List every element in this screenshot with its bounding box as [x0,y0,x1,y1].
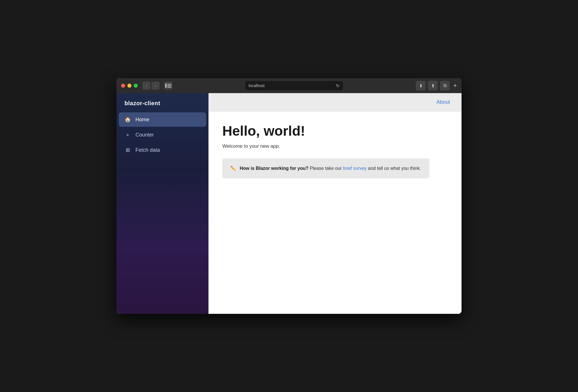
nav-buttons: ‹ › [142,82,160,90]
forward-button[interactable]: › [152,82,160,90]
add-tab-button[interactable]: + [453,82,457,89]
address-text: localhost [249,83,265,88]
sidebar-item-fetch-data[interactable]: ⊞ Fetch data [119,143,206,157]
survey-post-link: and tell us what you think. [368,166,421,171]
sidebar-item-home-label: Home [135,117,149,123]
survey-bold-text: How is Blazor working for you? [240,166,308,171]
mac-window: ‹ › localhost ↻ ⬇ ⬆ ⧉ + [116,78,462,314]
sidebar-item-counter-label: Counter [135,132,154,138]
back-button[interactable]: ‹ [142,82,150,90]
traffic-lights [121,84,138,88]
sidebar-item-fetch-data-label: Fetch data [135,147,160,153]
survey-link[interactable]: brief survey [343,166,367,171]
download-button[interactable]: ⬇ [416,81,426,91]
fetch-data-icon: ⊞ [125,147,131,153]
sidebar-item-counter[interactable]: ＋ Counter [119,127,206,142]
title-bar: ‹ › localhost ↻ ⬇ ⬆ ⧉ + [116,78,462,93]
home-icon: 🏠 [125,116,131,123]
main-area: About Hello, world! Welcome to your new … [208,93,462,314]
content-area: Hello, world! Welcome to your new app. ✏… [208,112,462,314]
maximize-button[interactable] [134,84,138,88]
sidebar-nav: 🏠 Home ＋ Counter ⊞ Fetch data [116,112,208,157]
toolbar-right: ⬇ ⬆ ⧉ + [416,81,457,91]
address-bar[interactable]: localhost ↻ [245,81,343,90]
address-bar-wrap: localhost ↻ [178,81,410,90]
app-content: blazor-client 🏠 Home ＋ Counter ⊞ Fetch d… [116,93,462,314]
about-link[interactable]: About [437,99,450,105]
top-nav: About [208,93,462,112]
pencil-icon: ✏️ [230,166,236,171]
page-subtitle: Welcome to your new app. [222,143,448,149]
page-heading: Hello, world! [222,123,448,139]
close-button[interactable] [121,84,125,88]
counter-icon: ＋ [125,131,131,138]
reload-button[interactable]: ↻ [336,83,340,89]
sidebar-item-home[interactable]: 🏠 Home [119,112,206,127]
survey-box: ✏️ How is Blazor working for you? Please… [222,158,429,178]
survey-pre-link: Please take our [310,166,343,171]
tab-options-button[interactable]: ⧉ [440,81,450,91]
share-button[interactable]: ⬆ [428,81,438,91]
sidebar-brand: blazor-client [116,93,208,112]
minimize-button[interactable] [127,84,131,88]
sidebar: blazor-client 🏠 Home ＋ Counter ⊞ Fetch d… [116,93,208,314]
sidebar-toggle-icon [165,84,171,88]
sidebar-toggle-button[interactable] [164,82,172,90]
